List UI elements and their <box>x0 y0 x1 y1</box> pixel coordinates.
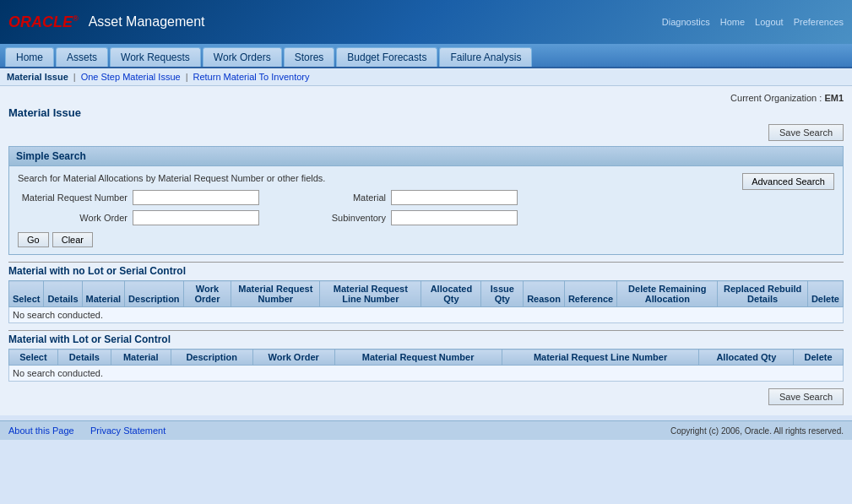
footer: About this Page Privacy Statement Copyri… <box>0 420 852 440</box>
table-row: No search conducted. <box>9 307 844 323</box>
no-search-text2: No search conducted. <box>9 366 844 382</box>
main-content: Current Organization : EM1 Material Issu… <box>0 86 852 415</box>
label-wo: Work Order <box>18 213 128 223</box>
col2-details: Details <box>57 350 111 366</box>
col2-select: Select <box>9 350 58 366</box>
search-actions: Go Clear <box>18 232 518 247</box>
col2-work-order: Work Order <box>252 350 334 366</box>
tab-home[interactable]: Home <box>5 47 54 67</box>
input-subinventory[interactable] <box>391 210 518 225</box>
col-issue-qty: Issue Qty <box>481 281 524 307</box>
col-description: Description <box>125 281 184 307</box>
search-body: Search for Material Allocations by Mater… <box>9 166 843 254</box>
save-search-button-top[interactable]: Save Search <box>768 124 844 141</box>
field-row-subinventory: Subinventory <box>276 210 518 225</box>
footer-copyright: Copyright (c) 2006, Oracle. All rights r… <box>670 426 844 436</box>
oracle-logo-text: ORACLE® <box>8 14 79 31</box>
field-row-material: Material <box>276 190 518 205</box>
org-bar: Current Organization : EM1 <box>8 91 844 106</box>
col2-material: Material <box>111 350 171 366</box>
oracle-logo: ORACLE® <box>8 14 79 31</box>
input-mrn[interactable] <box>133 190 259 205</box>
clear-button[interactable]: Clear <box>52 232 93 247</box>
search-fields: Material Request Number Work Order Mater… <box>18 190 518 225</box>
advanced-search-container: Advanced Search <box>742 173 834 190</box>
breadcrumb-link-1[interactable]: One Step Material Issue <box>81 72 181 82</box>
field-row-wo: Work Order <box>18 210 259 225</box>
col2-description: Description <box>171 350 252 366</box>
col2-delete: Delete <box>794 350 844 366</box>
input-wo[interactable] <box>133 210 259 225</box>
page-title: Material Issue <box>8 106 844 119</box>
search-description: Search for Material Allocations by Mater… <box>18 173 518 247</box>
table2: Select Details Material Description Work… <box>8 349 844 382</box>
nav-preferences[interactable]: Preferences <box>794 17 844 27</box>
header-nav: Diagnostics Home Logout Preferences <box>662 17 844 27</box>
tab-budget-forecasts[interactable]: Budget Forecasts <box>336 47 437 67</box>
nav-diagnostics[interactable]: Diagnostics <box>662 17 710 27</box>
app-title: Asset Management <box>89 14 205 30</box>
col2-mrln: Material Request Line Number <box>502 350 699 366</box>
footer-links: About this Page Privacy Statement <box>8 425 179 436</box>
search-col-left: Material Request Number Work Order <box>18 190 259 225</box>
col-work-order: Work Order <box>183 281 231 307</box>
tab-assets[interactable]: Assets <box>56 47 108 67</box>
save-search-button-bottom[interactable]: Save Search <box>768 388 844 405</box>
table2-section: Material with Lot or Serial Control Sele… <box>8 330 844 382</box>
col2-mrn: Material Request Number <box>334 350 502 366</box>
table1: Select Details Material Description Work… <box>8 280 844 323</box>
save-search-bar-top: Save Search <box>8 124 844 141</box>
table-row: No search conducted. <box>9 366 844 382</box>
col-delete-remaining: Delete Remaining Allocation <box>617 281 718 307</box>
footer-link-privacy[interactable]: Privacy Statement <box>90 425 166 436</box>
col-material: Material <box>82 281 125 307</box>
tab-work-orders[interactable]: Work Orders <box>203 47 282 67</box>
col-delete: Delete <box>807 281 843 307</box>
org-label: Current Organization : <box>730 93 822 103</box>
no-search-text: No search conducted. <box>9 307 844 323</box>
col-mrln: Material Request Line Number <box>320 281 421 307</box>
field-row-mrn: Material Request Number <box>18 190 259 205</box>
tab-work-requests[interactable]: Work Requests <box>110 47 201 67</box>
advanced-search-button[interactable]: Advanced Search <box>742 173 834 190</box>
breadcrumb-active: Material Issue <box>7 72 68 82</box>
label-mrn: Material Request Number <box>18 192 128 203</box>
org-value: EM1 <box>824 93 844 103</box>
save-search-bar-bottom: Save Search <box>8 388 844 405</box>
table1-title: Material with no Lot or Serial Control <box>8 262 844 277</box>
col2-alloc-qty: Allocated Qty <box>699 350 794 366</box>
col-details: Details <box>44 281 82 307</box>
search-desc-text: Search for Material Allocations by Mater… <box>18 173 518 183</box>
col-alloc-qty: Allocated Qty <box>421 281 481 307</box>
col-select: Select <box>9 281 44 307</box>
tab-stores[interactable]: Stores <box>284 47 335 67</box>
label-subinventory: Subinventory <box>276 213 386 223</box>
table2-title: Material with Lot or Serial Control <box>8 330 844 345</box>
input-material[interactable] <box>391 190 518 205</box>
col-reason: Reason <box>524 281 565 307</box>
nav-home[interactable]: Home <box>720 17 745 27</box>
col-mrn: Material Request Number <box>231 281 320 307</box>
search-section: Simple Search Search for Material Alloca… <box>8 146 844 255</box>
tab-failure-analysis[interactable]: Failure Analysis <box>439 47 532 67</box>
search-col-right: Material Subinventory <box>276 190 518 225</box>
go-button[interactable]: Go <box>18 232 49 247</box>
tab-navigation: Home Assets Work Requests Work Orders St… <box>0 44 852 68</box>
app-header: ORACLE® Asset Management Diagnostics Hom… <box>0 0 852 44</box>
search-section-title: Simple Search <box>9 147 843 166</box>
label-material: Material <box>276 192 386 203</box>
breadcrumb-link-2[interactable]: Return Material To Inventory <box>193 72 310 82</box>
col-reference: Reference <box>564 281 616 307</box>
footer-link-about[interactable]: About this Page <box>8 425 74 436</box>
nav-logout[interactable]: Logout <box>755 17 784 27</box>
breadcrumb: Material Issue | One Step Material Issue… <box>0 68 852 86</box>
col-replaced-rebuild: Replaced Rebuild Details <box>718 281 807 307</box>
table1-section: Material with no Lot or Serial Control S… <box>8 262 844 323</box>
